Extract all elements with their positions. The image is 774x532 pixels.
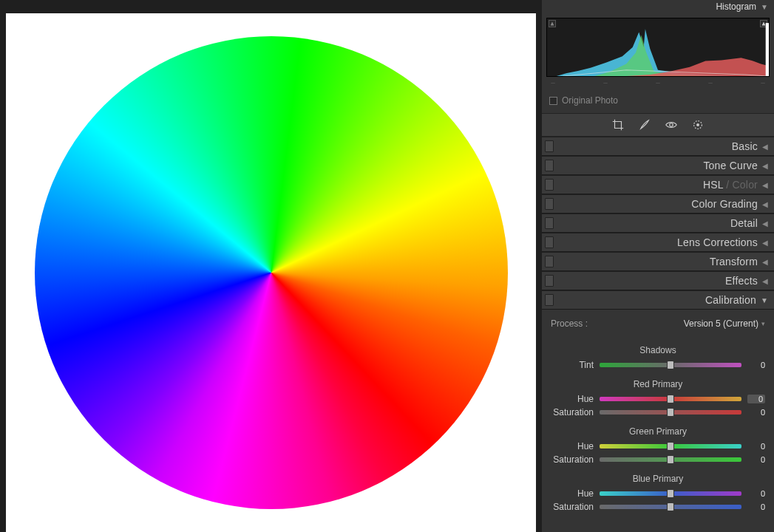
original-photo-checkbox[interactable] [549,97,557,105]
panel-calibration[interactable]: Calibration [542,290,774,310]
panel-toggle[interactable] [545,198,554,210]
chevron-left-icon [762,181,768,189]
green-hue-value[interactable]: 0 [747,442,765,451]
red-hue-value[interactable]: 0 [747,395,765,403]
panel-tone-curve[interactable]: Tone Curve [542,156,774,175]
color-wheel-image [35,36,508,509]
tool-strip [542,113,774,137]
histogram-ticks: ––––– [546,77,770,88]
panel-toggle[interactable] [545,236,554,248]
crop-icon[interactable] [611,118,625,132]
green-sat-slider[interactable] [600,457,741,462]
image-sheet [6,13,536,532]
panel-toggle[interactable] [545,217,554,229]
panel-lens-corrections[interactable]: Lens Corrections [542,233,774,252]
dropdown-caret-icon: ▾ [761,320,765,327]
panel-toggle[interactable] [545,179,554,191]
tint-label: Tint [551,360,594,370]
panel-toggle[interactable] [545,140,554,152]
brush-icon[interactable] [638,118,651,132]
panel-toggle[interactable] [545,256,554,267]
red-sat-label: Saturation [551,407,594,417]
svg-point-3 [697,124,699,126]
process-label: Process : [551,318,588,329]
original-photo-label: Original Photo [562,95,618,106]
panel-transform[interactable]: Transform [542,252,774,271]
chevron-left-icon [762,200,768,208]
green-hue-label: Hue [551,441,594,451]
chevron-down-icon: ▼ [761,3,768,11]
slider-thumb[interactable] [667,442,674,451]
chevron-left-icon [762,143,768,151]
shadows-group-title: Shadows [551,345,765,355]
red-hue-slider[interactable] [600,397,741,401]
tint-value[interactable]: 0 [747,361,765,369]
panel-effects[interactable]: Effects [542,271,774,290]
green-sat-label: Saturation [551,454,594,465]
svg-rect-0 [766,23,769,76]
blue-primary-title: Blue Primary [551,474,765,484]
blue-hue-slider[interactable] [600,491,741,496]
slider-thumb[interactable] [667,408,674,417]
slider-thumb[interactable] [667,361,674,369]
chevron-down-icon [761,296,768,304]
slider-thumb[interactable] [667,502,674,511]
chevron-left-icon [762,219,768,228]
radial-icon[interactable] [691,118,705,132]
chevron-left-icon [762,162,768,170]
blue-sat-slider[interactable] [600,505,741,509]
slider-thumb[interactable] [667,455,674,464]
panel-detail[interactable]: Detail [542,214,774,233]
red-primary-title: Red Primary [551,379,765,389]
histogram-display[interactable] [546,18,770,77]
blue-hue-value[interactable]: 0 [747,489,765,498]
panel-basic[interactable]: Basic [542,137,774,156]
chevron-left-icon [762,258,768,266]
green-hue-slider[interactable] [600,444,741,449]
tint-slider[interactable] [600,363,741,367]
panel-toggle[interactable] [545,160,554,171]
slider-thumb[interactable] [667,395,674,403]
red-sat-slider[interactable] [600,410,741,415]
panel-hsl-color[interactable]: HSL / Color [542,175,774,194]
chevron-left-icon [762,239,768,247]
red-sat-value[interactable]: 0 [747,408,765,417]
histogram-header[interactable]: Histogram ▼ [542,0,774,13]
blue-sat-label: Saturation [551,502,594,512]
green-sat-value[interactable]: 0 [747,455,765,464]
blue-hue-label: Hue [551,488,594,499]
svg-point-1 [670,123,673,127]
histogram-title: Histogram [716,1,756,12]
eye-icon[interactable] [665,118,678,132]
process-version-dropdown[interactable]: Version 5 (Current) ▾ [684,318,765,329]
panel-toggle[interactable] [545,275,554,287]
image-canvas[interactable] [0,0,542,532]
slider-thumb[interactable] [667,489,674,498]
panel-color-grading[interactable]: Color Grading [542,194,774,214]
panel-toggle[interactable] [545,294,554,306]
blue-sat-value[interactable]: 0 [747,502,765,511]
chevron-left-icon [762,277,768,285]
red-hue-label: Hue [551,394,594,404]
green-primary-title: Green Primary [551,426,765,437]
